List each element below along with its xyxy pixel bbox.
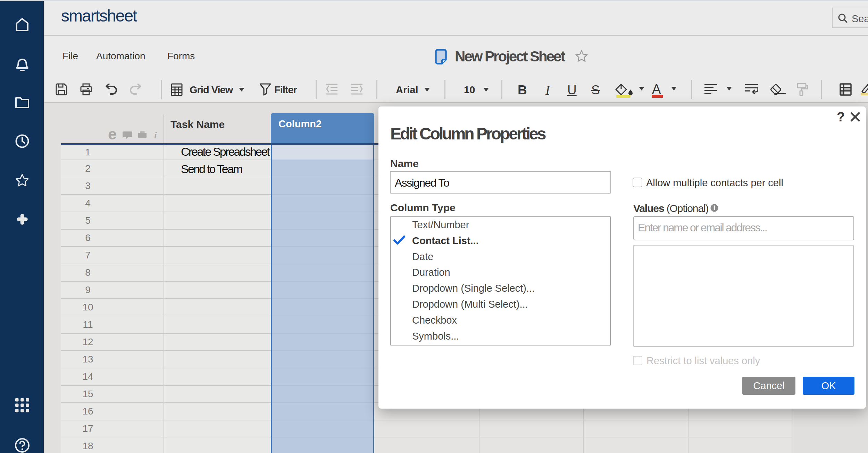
svg-text:i: i [154, 130, 157, 139]
svg-text:e: e [108, 130, 117, 139]
